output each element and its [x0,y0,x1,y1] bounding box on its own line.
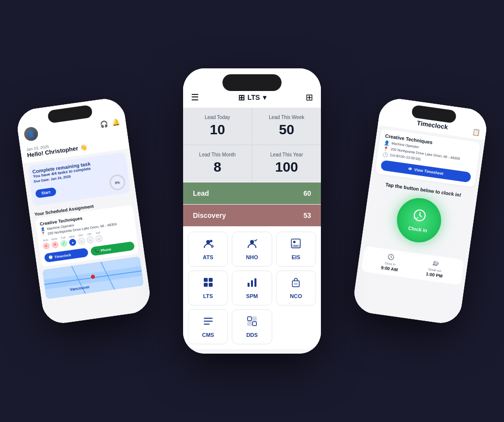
svg-rect-18 [248,283,250,287]
apps-grid: ATS NHO EIS [183,227,321,349]
clock-in-icon [411,208,427,226]
day-mon: MON ✕ [51,237,59,249]
svg-rect-22 [294,283,298,285]
svg-point-11 [293,241,296,243]
headphone-icon: 🎧 [100,120,109,128]
clock-in-time-icon [387,253,395,262]
dropdown-arrow-icon[interactable]: ▾ [263,93,266,101]
lead-value: 60 [303,189,311,197]
app-dds[interactable]: DDS [232,309,272,344]
progress-value: 0% [115,181,120,184]
svg-point-7 [206,240,210,244]
nco-label: NCO [290,293,302,299]
stat-lead-year: Lead This Year 100 [252,145,321,182]
app-eis[interactable]: EIS [276,232,316,267]
clock-in-label: Clock in [408,225,428,233]
svg-rect-29 [252,322,256,326]
clock-in-button[interactable]: Clock in [394,195,444,245]
ats-icon [203,238,214,251]
svg-point-9 [250,240,254,244]
spm-label: SPM [246,293,258,299]
clock-in-time-item: Clock In 9:00 AM [380,252,400,272]
stat-lead-week: Lead This Week 50 [252,108,321,145]
svg-rect-26 [248,317,252,321]
day-wed: WED ● [68,235,77,246]
phone-icon: 📞 [94,248,99,253]
person-icon: 👤 [384,140,390,146]
lts-icon [203,277,214,290]
stat-label-1: Lead This Week [269,115,304,120]
svg-rect-27 [252,317,256,321]
svg-rect-14 [204,278,208,282]
grid-icon: ⊞ [238,93,245,102]
lts-label: LTS [203,293,213,299]
eis-label: EIS [291,254,300,260]
stat-value-2: 8 [214,159,221,175]
stat-label-2: Lead This Month [199,152,236,157]
app-cms[interactable]: CMS [188,309,228,344]
svg-rect-20 [254,278,256,287]
clock-section: Tap the button below to clock in! Clock … [361,176,478,257]
eye-icon: 👁 [408,167,412,172]
lead-row[interactable]: Lead 60 [183,182,321,204]
location-icon: 📍 [41,232,46,236]
discovery-row[interactable]: Discovery 53 [183,205,321,226]
center-phone: ☰ ⊞ LTS ▾ ⊞ Lead Today 10 Lead This Week… [183,68,321,354]
discovery-label: Discovery [193,211,226,219]
day-thu: THU ○ [77,233,85,245]
phone-button[interactable]: 📞 Phone [90,241,135,256]
progress-circle: 0% [109,174,126,191]
clock-icon: 🕐 [382,152,388,157]
stat-value-1: 50 [279,122,294,138]
cms-label: CMS [202,332,214,338]
eis-icon [290,238,301,251]
svg-rect-16 [204,283,208,287]
stat-value-0: 10 [210,122,225,138]
nho-icon [247,238,257,251]
day-sun: SUN ✕ [42,238,50,250]
break-out-icon [432,260,440,269]
right-phone: Timeclock 📋 Creative Techniques 👤 Machin… [351,96,489,326]
location-icon: 📍 [383,146,389,151]
app-nco[interactable]: NCO [276,271,316,305]
svg-point-8 [210,240,212,242]
svg-rect-15 [209,278,213,282]
spm-icon [247,277,257,290]
app-nho[interactable]: NHO [232,232,272,267]
clock-icon: 🕐 [48,255,53,260]
dynamic-island-center [222,74,282,91]
discovery-value: 53 [303,211,311,219]
nho-label: NHO [246,254,258,260]
timeclock-button[interactable]: 🕐 Timeclock [44,248,89,263]
break-out-time-value: 1:00 PM [426,271,443,279]
day-fri: FRI ○ [86,232,94,244]
left-phone: 👤 🎧 🔔 Jan 23, 2025 Hello! Christopher 👋 … [15,96,152,326]
dds-icon [247,316,257,329]
day-tue: TUE ✓ [60,236,68,247]
stat-lead-today: Lead Today 10 [183,108,252,145]
break-out-time-item: Break out 1:00 PM [426,259,445,278]
app-lts[interactable]: LTS [188,271,228,305]
person-icon: 👤 [40,227,45,231]
header-icons: 🎧 🔔 [100,118,121,128]
clock-in-time-value: 9:00 AM [380,265,398,272]
edit-icon: 📋 [472,128,480,136]
filter-icon[interactable]: ⊞ [306,92,313,103]
svg-rect-28 [248,322,252,326]
stat-label-0: Lead Today [205,115,230,120]
menu-icon[interactable]: ☰ [191,92,199,103]
app-ats[interactable]: ATS [188,232,228,267]
lead-label: Lead [193,189,209,197]
svg-rect-19 [251,280,253,287]
stat-value-3: 100 [275,159,298,175]
app-spm[interactable]: SPM [232,271,272,305]
stat-label-3: Lead This Year [270,152,303,157]
dds-label: DDS [246,332,257,338]
day-sat: SAT ○ [94,231,103,242]
notification-icon: 🔔 [111,118,120,126]
ats-label: ATS [203,254,213,260]
clock-btn-container: Clock in [367,191,471,249]
cms-icon [203,316,214,329]
stat-lead-month: Lead This Month 8 [183,145,252,182]
start-button[interactable]: Start [35,187,57,198]
